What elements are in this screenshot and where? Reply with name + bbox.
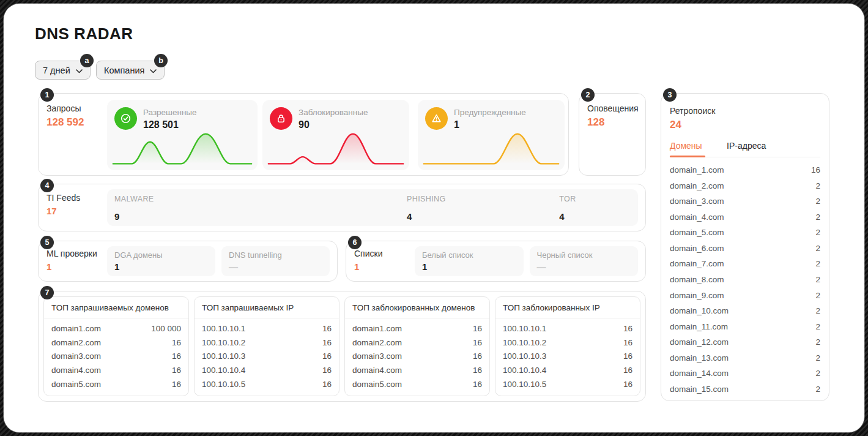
feed-phishing: PHISHING4 [407,195,549,220]
alerts-label: Оповещения [587,103,639,113]
blocked-label: Заблокированные [299,108,368,117]
table-row-value: 100 000 [151,324,181,333]
retro-domain-name: domain_11.com [670,322,728,331]
retro-domain-name: domain_4.com [670,212,724,222]
retro-list-item: domain_5.com2 [670,225,820,241]
ml-item: DGA домены1 [107,246,215,276]
retro-domain-name: domain_13.com [670,353,729,363]
allowed-sparkline-chart [112,130,253,167]
table-row-value: 16 [172,366,181,375]
table-row-value: 16 [473,351,482,361]
table-row-value: 16 [322,351,332,361]
retro-domain-name: domain_9.com [670,291,724,300]
retro-domain-count: 2 [815,369,820,378]
table-row-name: domain4.com [51,366,101,375]
list-item-value: 1 [422,261,516,272]
retro-list-item: domain_3.com2 [670,194,820,209]
top-table-title: ТОП запрашиваемых IP [195,297,339,318]
retro-list-item: domain_11.com2 [670,318,820,334]
table-row: 100.10.10.316 [503,350,632,364]
top-table: ТОП запрашиваемых доменовdomain1.com100 … [43,296,189,396]
retro-list-item: domain_1.com16 [670,162,820,178]
table-row: 100.10.10.516 [202,377,332,391]
list-item-label: Черный список [537,250,631,260]
ml-item-value: — [229,261,322,272]
annotation-badge-1: 1 [40,88,54,102]
table-row-value: 16 [623,324,632,333]
annotation-badge-5: 5 [40,236,54,249]
ml-item-label: DNS tunnelling [229,250,322,260]
tab-domains[interactable]: Домены [670,141,702,151]
annotation-badge-4: 4 [40,179,54,192]
table-row-value: 16 [623,380,632,389]
warned-metric-card: Предупрежденные 1 [418,100,565,170]
lock-icon [270,107,292,130]
feed-value: 4 [559,211,631,222]
annotation-badge-3: 3 [663,88,677,102]
retro-domain-name: domain_12.com [670,337,729,347]
table-row: 100.10.10.316 [202,350,332,364]
table-row-value: 16 [623,338,632,347]
blocked-value: 90 [299,119,310,130]
retro-domain-name: domain_15.com [670,385,729,394]
retro-label: Ретропоиск [670,106,715,116]
retro-list-item: domain_14.com2 [670,366,820,382]
table-row-value: 16 [623,351,632,361]
retro-domain-name: domain_14.com [670,369,729,378]
table-row: 100.10.10.416 [202,363,332,377]
top-table: ТОП запрашиваемых IP100.10.10.116100.10.… [194,296,339,396]
table-row: domain1.com100 000 [51,321,181,336]
allowed-label: Разрешенные [143,108,197,117]
allowed-value: 128 501 [143,119,179,130]
table-row-name: 100.10.10.2 [202,338,245,347]
table-row: 100.10.10.116 [503,321,632,336]
retro-domain-count: 2 [815,337,820,347]
retro-list-item: domain_8.com2 [670,272,820,288]
table-row-name: 100.10.10.4 [503,366,546,375]
retro-domain-list: domain_1.com16domain_2.com2domain_3.com2… [670,162,820,397]
table-row-name: 100.10.10.3 [503,351,546,361]
feed-tor: TOR4 [559,195,631,220]
retro-domain-count: 2 [815,385,820,394]
alerts-card: Оповещения 128 [579,93,646,176]
top-table-title: ТОП запрашиваемых доменов [44,297,188,318]
list-item: Белый список1 [415,246,524,276]
list-item: Черный список— [530,246,639,276]
retro-domain-name: domain_8.com [670,275,724,284]
retro-tabs: Домены IP-адреса [670,140,820,156]
retro-list-item: domain_4.com2 [670,209,820,225]
retro-domain-count: 2 [815,291,820,300]
table-row: domain2.com16 [51,336,181,350]
table-row: domain4.com16 [352,363,482,377]
top-table-body: 100.10.10.116100.10.10.216100.10.10.3161… [495,318,640,396]
table-row-name: domain2.com [51,338,101,347]
warned-value: 1 [454,119,459,130]
retro-domain-count: 2 [815,228,820,237]
table-row-name: 100.10.10.1 [202,324,245,333]
table-row: domain3.com16 [352,350,482,364]
table-row: 100.10.10.216 [503,336,632,350]
table-row-value: 16 [172,380,181,389]
ml-checks-label: ML проверки [46,249,97,258]
retro-list-item: domain_12.com2 [670,334,820,350]
table-row-name: domain3.com [51,351,101,361]
retro-list-item: domain_7.com2 [670,256,820,272]
retro-domain-name: domain_5.com [670,228,724,237]
top-tables-card: ТОП запрашиваемых доменовdomain1.com100 … [38,291,646,402]
retro-list-item: domain_2.com2 [670,178,820,194]
table-row-value: 16 [322,366,332,375]
table-row-name: 100.10.10.5 [503,380,546,389]
table-row-name: 100.10.10.4 [202,366,245,375]
list-items: Белый список1Черный список— [415,246,638,276]
table-row-name: domain5.com [51,380,101,389]
table-row-value: 16 [473,324,482,333]
active-tab-underline [670,156,705,157]
retro-domain-count: 2 [815,212,820,222]
feed-label: PHISHING [407,195,549,203]
requests-value: 128 592 [46,116,84,129]
tab-ip-addresses[interactable]: IP-адреса [727,141,766,151]
top-table-body: 100.10.10.116100.10.10.216100.10.10.3161… [195,318,339,396]
blocked-metric-card: Заблокированные 90 [262,100,409,170]
table-row-value: 16 [172,351,181,361]
table-row: 100.10.10.216 [202,336,332,350]
